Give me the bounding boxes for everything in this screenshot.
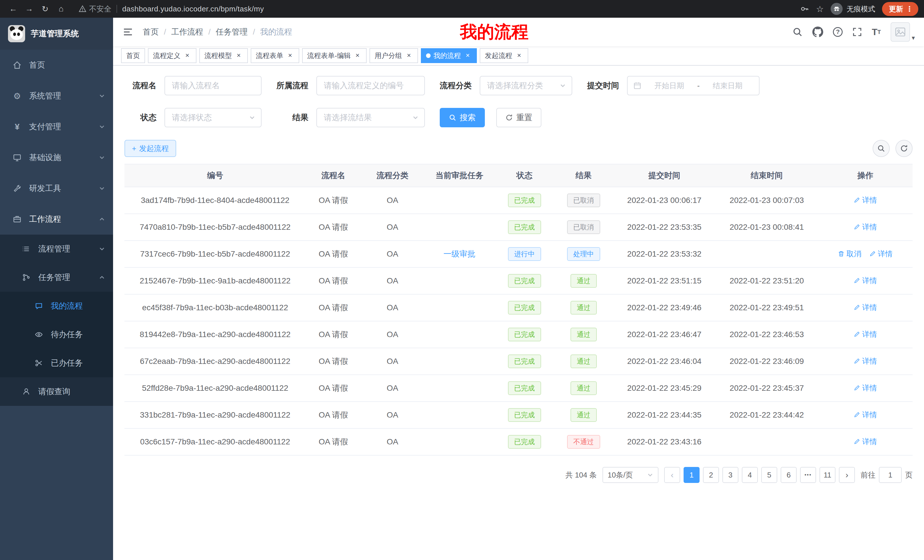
kebab-menu-icon[interactable]: ⋮ <box>906 5 913 13</box>
next-page-button[interactable]: › <box>839 467 855 483</box>
back-icon[interactable]: ← <box>6 1 21 16</box>
detail-link[interactable]: 详情 <box>854 276 877 286</box>
avatar[interactable] <box>891 22 910 42</box>
detail-link[interactable]: 详情 <box>854 410 877 420</box>
incognito-badge: 无痕模式 <box>831 3 875 15</box>
close-icon[interactable]: × <box>183 52 191 60</box>
sidebar-logo[interactable]: 芋道管理系统 <box>0 18 113 49</box>
bookmark-star-icon[interactable]: ☆ <box>816 4 824 14</box>
forward-icon[interactable]: → <box>22 1 36 16</box>
detail-link[interactable]: 详情 <box>854 329 877 339</box>
cell-category: OA <box>361 375 424 401</box>
detail-link[interactable]: 详情 <box>854 302 877 313</box>
detail-link[interactable]: 详情 <box>854 437 877 447</box>
tab-process-form[interactable]: 流程表单× <box>251 48 299 63</box>
cell-actions: 详情 <box>818 428 913 455</box>
tab-initiate-process[interactable]: 发起流程× <box>480 48 528 63</box>
cancel-link[interactable]: 取消 <box>838 249 861 259</box>
cell-task: 一级审批 <box>424 241 495 267</box>
sidebar-item-task-management[interactable]: 任务管理 <box>0 263 113 292</box>
cell-status: 已完成 <box>495 187 554 214</box>
detail-link[interactable]: 详情 <box>869 249 892 259</box>
page-button[interactable]: 5 <box>761 467 777 483</box>
sidebar-item-system[interactable]: ⚙ 系统管理 <box>0 81 113 111</box>
breadcrumb-current: 我的流程 <box>260 27 292 37</box>
detail-link[interactable]: 详情 <box>854 222 877 232</box>
page-button[interactable]: 6 <box>781 467 796 483</box>
breadcrumb-workflow[interactable]: 工作流程 <box>171 27 203 37</box>
cell-actions: 详情 <box>818 348 913 375</box>
process-definition-input[interactable] <box>316 76 425 95</box>
page-button[interactable]: 3 <box>722 467 738 483</box>
navbar-actions: ? TT ▾ <box>792 22 915 42</box>
hamburger-icon[interactable] <box>122 26 134 38</box>
category-select[interactable]: 请选择流程分类 <box>480 76 572 95</box>
key-icon[interactable] <box>800 4 809 13</box>
page-button[interactable]: 4 <box>742 467 758 483</box>
filter-process-definition: 所属流程 <box>276 76 425 95</box>
detail-link[interactable]: 详情 <box>854 383 877 393</box>
user-menu[interactable]: ▾ <box>891 22 915 42</box>
tab-home[interactable]: 首页 <box>121 48 145 63</box>
reload-icon[interactable]: ↻ <box>38 1 52 16</box>
help-icon[interactable]: ? <box>833 27 843 37</box>
process-name-input[interactable] <box>165 76 261 95</box>
github-icon[interactable] <box>812 27 823 37</box>
sidebar-item-process-management[interactable]: 流程管理 <box>0 235 113 263</box>
briefcase-icon <box>11 214 23 225</box>
prev-page-button[interactable]: ‹ <box>664 467 680 483</box>
show-search-button[interactable] <box>873 140 890 157</box>
sidebar-item-todo-task[interactable]: 待办任务 <box>0 320 113 349</box>
close-icon[interactable]: × <box>515 52 523 60</box>
sidebar-item-devtools[interactable]: 研发工具 <box>0 173 113 204</box>
detail-link[interactable]: 详情 <box>854 195 877 205</box>
sidebar-item-home[interactable]: 首页 <box>0 49 113 81</box>
current-task-link[interactable]: 一级审批 <box>444 250 476 258</box>
sidebar-item-infrastructure[interactable]: 基础设施 <box>0 142 113 173</box>
result-select[interactable]: 请选择流结果 <box>316 108 425 127</box>
tab-process-form-edit[interactable]: 流程表单-编辑× <box>302 48 367 63</box>
breadcrumb-task[interactable]: 任务管理 <box>216 27 248 37</box>
tab-process-definition[interactable]: 流程定义× <box>148 48 196 63</box>
sidebar-item-leave-query[interactable]: 请假查询 <box>0 377 113 406</box>
search-button[interactable]: 搜索 <box>440 108 485 127</box>
goto-page-input[interactable] <box>879 467 902 483</box>
more-pages-button[interactable]: ••• <box>800 467 816 483</box>
sidebar-item-payment[interactable]: ¥ 支付管理 <box>0 111 113 142</box>
reset-button[interactable]: 重置 <box>496 108 542 127</box>
page-button[interactable]: 11 <box>819 467 836 483</box>
refresh-button[interactable] <box>896 140 913 157</box>
initiate-process-button[interactable]: + 发起流程 <box>124 140 176 157</box>
tab-my-process[interactable]: 我的流程× <box>421 48 477 63</box>
fullscreen-icon[interactable] <box>852 27 862 37</box>
home-icon[interactable]: ⌂ <box>54 1 69 16</box>
sidebar-item-my-process[interactable]: 我的流程 <box>0 292 113 320</box>
close-icon[interactable]: × <box>286 52 294 60</box>
update-button[interactable]: 更新 ⋮ <box>882 2 918 16</box>
sidebar-item-done-task[interactable]: 已办任务 <box>0 349 113 377</box>
search-icon[interactable] <box>792 27 802 37</box>
status-select[interactable]: 请选择状态 <box>165 108 261 127</box>
url-text[interactable]: dashboard.yudao.iocoder.cn/bpm/task/my <box>122 4 264 13</box>
cell-status: 已完成 <box>495 348 554 375</box>
cell-actions: 详情 <box>818 187 913 214</box>
page-button[interactable]: 1 <box>684 467 700 483</box>
sidebar-item-workflow[interactable]: 工作流程 <box>0 204 113 235</box>
tab-process-model[interactable]: 流程模型× <box>199 48 248 63</box>
font-size-icon[interactable]: TT <box>872 27 881 37</box>
close-icon[interactable]: × <box>405 52 413 60</box>
close-icon[interactable]: × <box>464 52 472 60</box>
cell-result: 通过 <box>554 375 613 401</box>
close-icon[interactable]: × <box>354 52 362 60</box>
end-date-placeholder[interactable]: 结束日期 <box>702 81 753 91</box>
breadcrumb-home[interactable]: 首页 <box>143 27 159 37</box>
detail-link[interactable]: 详情 <box>854 356 877 366</box>
tab-user-group[interactable]: 用户分组× <box>369 48 418 63</box>
page-size-select[interactable]: 10条/页 <box>603 467 658 483</box>
page-button[interactable]: 2 <box>703 467 719 483</box>
security-warning[interactable]: 不安全 <box>79 4 111 14</box>
close-icon[interactable]: × <box>235 52 243 60</box>
start-date-placeholder[interactable]: 开始日期 <box>644 81 695 91</box>
address-bar[interactable]: 不安全 dashboard.yudao.iocoder.cn/bpm/task/… <box>79 4 264 14</box>
date-range-picker[interactable]: 开始日期 - 结束日期 <box>627 76 759 95</box>
